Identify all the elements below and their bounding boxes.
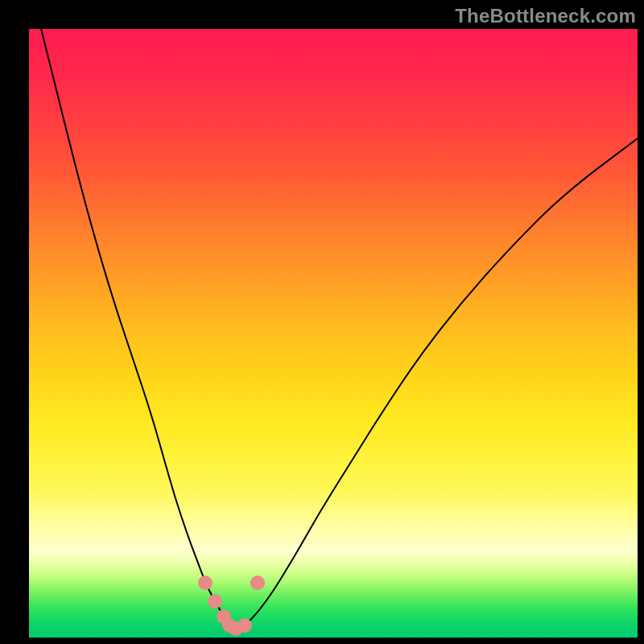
watermark-text: TheBottleneck.com — [455, 5, 636, 27]
gradient-background — [29, 29, 638, 638]
chart-frame: TheBottleneck.com — [0, 0, 644, 644]
plot-area — [29, 29, 638, 638]
